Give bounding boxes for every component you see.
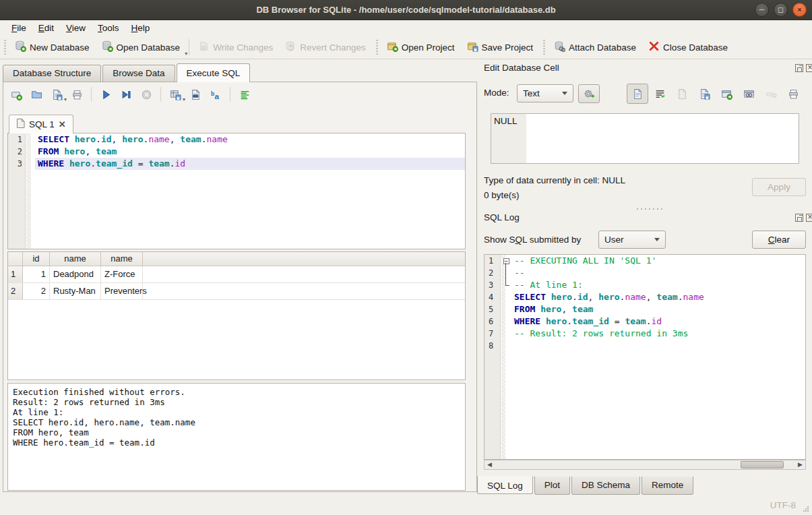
dropdown-caret-icon[interactable]: ▾ <box>64 96 67 102</box>
apply-button[interactable]: Apply <box>752 178 806 196</box>
open-project-button[interactable]: Open Project <box>381 38 461 57</box>
close-button[interactable]: × <box>792 3 807 17</box>
titlebar[interactable]: DB Browser for SQLite - /home/user/code/… <box>0 0 812 20</box>
float-dock-icon[interactable] <box>795 64 803 72</box>
minimize-button[interactable]: ─ <box>755 3 769 17</box>
menubar: FileEditViewToolsHelp <box>0 20 812 36</box>
float-dock-icon[interactable] <box>795 214 803 222</box>
menu-tools[interactable]: Tools <box>92 22 125 34</box>
print-cell-button[interactable] <box>782 84 804 104</box>
toolbar-button-label: Attach Database <box>569 42 636 53</box>
scrollbar-thumb[interactable] <box>741 461 784 468</box>
results-corner-cell[interactable] <box>8 252 23 266</box>
close-database-button[interactable]: Close Database <box>642 38 734 57</box>
toolbar-grip <box>4 40 6 55</box>
new-database-button[interactable]: New Database <box>9 38 96 57</box>
mode-select[interactable]: Text <box>517 84 573 102</box>
stop-button[interactable] <box>139 87 154 102</box>
line-number: 4 <box>485 291 501 303</box>
execution-message: Execution finished without errors. Resul… <box>7 383 466 491</box>
menu-edit[interactable]: Edit <box>32 22 60 34</box>
toolbar-button-label: Open Project <box>402 42 455 53</box>
dock-tab-remote[interactable]: Remote <box>642 477 693 495</box>
table-cell[interactable]: Preventers <box>101 283 143 299</box>
chevron-down-icon <box>654 238 660 241</box>
fold-marker <box>501 267 511 279</box>
tab-database-structure[interactable]: Database Structure <box>3 65 101 82</box>
maximize-button[interactable]: ◻ <box>774 3 788 17</box>
export-data-button[interactable] <box>693 84 715 104</box>
set-link-button[interactable] <box>738 84 759 104</box>
resize-grip[interactable] <box>803 506 809 512</box>
set-null-button[interactable] <box>760 84 782 104</box>
code-text: SELECT hero.id, hero.name, team.name <box>511 291 805 303</box>
column-header-name[interactable]: name <box>50 252 101 266</box>
revert-changes-icon <box>285 40 296 54</box>
dropdown-caret-icon[interactable]: ▾ <box>185 51 187 57</box>
horizontal-scrollbar[interactable]: ◀ ▶ <box>484 460 806 470</box>
export-results-button[interactable]: ▾ <box>168 87 183 102</box>
sql-log-filter-select[interactable]: User <box>598 231 666 249</box>
import-data-button[interactable] <box>671 84 693 104</box>
revert-changes-button[interactable]: Revert Changes <box>279 38 372 57</box>
save-sql-button[interactable]: ▾ <box>49 87 64 102</box>
menu-help[interactable]: Help <box>125 22 156 34</box>
table-cell[interactable]: Z-Force <box>101 266 143 282</box>
auto-apply-button[interactable] <box>578 84 600 103</box>
fold-marker <box>501 303 511 315</box>
code-line: 3-- At line 1: <box>485 279 805 291</box>
code-line: 7-- Result: 2 rows returned in 3ms <box>485 328 805 340</box>
open-sql-button[interactable] <box>29 87 44 102</box>
print-button[interactable] <box>69 87 84 102</box>
row-header[interactable]: 2 <box>8 283 23 299</box>
dock-tab-plot[interactable]: Plot <box>534 477 570 495</box>
clear-log-button[interactable]: Clear <box>752 231 806 249</box>
new-tab-button[interactable] <box>9 87 24 102</box>
write-changes-button[interactable]: Write Changes <box>192 38 279 57</box>
toolbar-button-label: Revert Changes <box>300 42 366 53</box>
format-sql-button[interactable] <box>237 87 252 102</box>
sql-query-tab[interactable]: SQL 1 ✕ <box>9 115 73 133</box>
close-dock-icon[interactable] <box>806 64 812 72</box>
text-mode-button[interactable] <box>627 84 648 104</box>
save-project-button[interactable]: Save Project <box>461 38 540 57</box>
dock-tab-db-schema[interactable]: DB Schema <box>571 477 640 495</box>
results-table[interactable]: idnamename11DeadpondZ-Force22Rusty-ManPr… <box>7 251 466 380</box>
scroll-left-arrow[interactable]: ◀ <box>485 460 495 469</box>
edit-cell-dock-controls <box>795 64 812 72</box>
tab-browse-data[interactable]: Browse Data <box>102 65 175 82</box>
cell-editor[interactable]: NULL <box>491 113 799 164</box>
sql-editor[interactable]: 1SELECT hero.id, hero.name, team.name2FR… <box>7 133 466 249</box>
close-dock-icon[interactable] <box>806 214 812 222</box>
dock-tab-sql-log[interactable]: SQL Log <box>477 476 533 494</box>
column-header-name[interactable]: name <box>101 252 143 266</box>
scroll-right-arrow[interactable]: ▶ <box>795 460 805 469</box>
row-header[interactable]: 1 <box>8 266 23 282</box>
close-tab-icon[interactable]: ✕ <box>59 119 66 129</box>
word-wrap-button[interactable] <box>649 84 670 104</box>
replace-font-button[interactable]: ba <box>208 87 223 102</box>
table-cell[interactable]: 2 <box>23 283 50 299</box>
fold-collapse-icon[interactable]: − <box>503 258 509 264</box>
gear-icon <box>583 88 595 100</box>
menu-file[interactable]: File <box>5 22 32 34</box>
find-button[interactable] <box>188 87 203 102</box>
column-header-id[interactable]: id <box>23 252 50 266</box>
toolbar-separator <box>160 87 161 102</box>
table-cell[interactable]: Deadpond <box>50 266 101 282</box>
tab-execute-sql[interactable]: Execute SQL <box>177 63 251 82</box>
dock-splitter-handle[interactable] <box>637 208 664 210</box>
execute-line-button[interactable] <box>119 87 133 102</box>
dropdown-caret-icon[interactable]: ▾ <box>183 96 185 102</box>
table-cell[interactable]: 1 <box>23 266 50 282</box>
cell-value: NULL <box>494 116 518 126</box>
open-external-button[interactable] <box>716 84 737 104</box>
open-database-button[interactable]: Open Database▾ <box>96 38 187 57</box>
scrollbar-track[interactable] <box>495 460 795 469</box>
toolbar-separator <box>189 39 189 55</box>
sql-log-view[interactable]: 1−-- EXECUTING ALL IN 'SQL 1'2--3-- At l… <box>484 254 806 460</box>
menu-view[interactable]: View <box>60 22 92 34</box>
execute-button[interactable] <box>98 87 113 102</box>
attach-database-button[interactable]: Attach Database <box>548 38 642 57</box>
table-cell[interactable]: Rusty-Man <box>50 283 101 299</box>
